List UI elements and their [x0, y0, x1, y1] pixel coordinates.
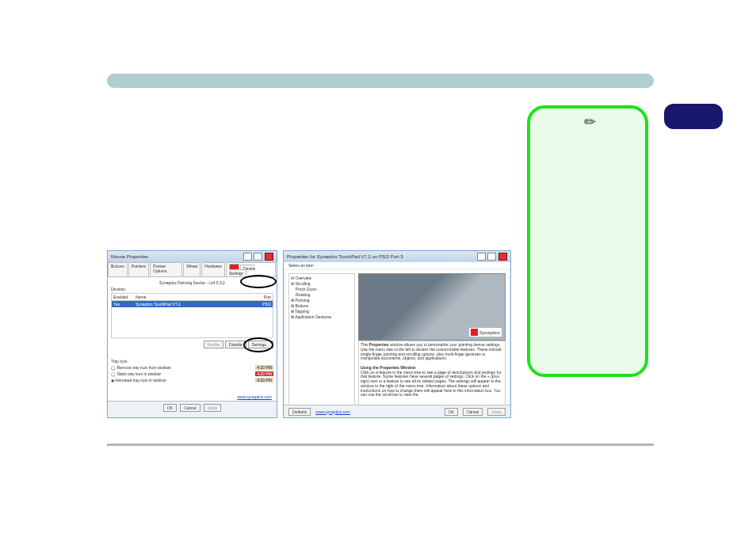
- tree-tapping[interactable]: ⊞ Tapping: [291, 309, 353, 314]
- synaptics-logo: Synaptics: [469, 328, 502, 337]
- sp-body: ⊟ Overview ⊞ Scrolling Pinch Zoom Rotati…: [285, 270, 509, 411]
- mp-footer: OK Cancel Apply: [108, 401, 277, 413]
- tab-pointers[interactable]: Pointers: [128, 262, 149, 276]
- mp-titlebar: Mouse Properties: [108, 251, 277, 262]
- mouse-properties-dialog: Mouse Properties Buttons Pointers Pointe…: [107, 250, 277, 418]
- tree-scrolling[interactable]: ⊞ Scrolling: [291, 281, 353, 287]
- cancel-button[interactable]: Cancel: [180, 404, 200, 412]
- tray-label: Tray Icon: [111, 359, 273, 364]
- footer-rule: [107, 444, 654, 446]
- feature-tree[interactable]: ⊟ Overview ⊞ Scrolling Pinch Zoom Rotati…: [288, 273, 355, 409]
- settings-button[interactable]: Settings...: [248, 341, 273, 348]
- device-buttons: Enable Disable Settings...: [204, 341, 274, 348]
- apply-button[interactable]: Apply: [204, 404, 222, 412]
- header-bar: [107, 74, 654, 88]
- devices-header: Enabled Name Port: [112, 294, 273, 301]
- mp-title-text: Mouse Properties: [111, 254, 148, 259]
- min-icon[interactable]: [477, 253, 486, 261]
- cancel-button[interactable]: Cancel: [463, 408, 483, 416]
- tree-pinch[interactable]: Pinch Zoom: [296, 287, 353, 292]
- select-label: Select an item: [284, 262, 510, 268]
- defaults-button[interactable]: Defaults: [288, 408, 311, 416]
- close-icon[interactable]: [265, 253, 273, 261]
- tab-hardware[interactable]: Hardware: [201, 262, 225, 276]
- devices-box: Enabled Name Port Yes Synaptics TouchPad…: [111, 293, 273, 338]
- sp-title-text: Properties for Synaptics TouchPad V7.2 o…: [287, 254, 403, 259]
- enable-button[interactable]: Enable: [204, 341, 224, 348]
- tab-pointer-options[interactable]: Pointer Options: [150, 262, 182, 276]
- mp-body: Synaptics Pointing Device - v14.0.3.2 De…: [108, 277, 277, 413]
- sp-footer: Defaults www.synaptics.com OK Cancel App…: [284, 405, 510, 417]
- min-icon[interactable]: [243, 253, 252, 261]
- devices-label: Devices:: [111, 287, 273, 291]
- description-box: This Properties window allows you to per…: [358, 341, 506, 409]
- sp-titlebar: Properties for Synaptics TouchPad V7.2 o…: [284, 251, 510, 262]
- max-icon[interactable]: [254, 253, 262, 261]
- page-badge: [664, 104, 723, 129]
- tree-rotating[interactable]: Rotating: [296, 292, 353, 298]
- device-row-selected[interactable]: Yes Synaptics TouchPad V7.2 PS/2: [112, 301, 273, 307]
- tray-opt-anim[interactable]: ◉ Animated tray icon in taskbar: [111, 378, 166, 383]
- tab-device-settings[interactable]: Device Settings: [226, 262, 276, 276]
- mp-tabs: Buttons Pointers Pointer Options Wheel H…: [108, 262, 277, 277]
- synaptics-link[interactable]: www.synaptics.com: [315, 409, 350, 414]
- tray-opt-remove[interactable]: ◯ Remove tray icon from taskbar: [111, 365, 170, 370]
- time-badge-1: 4:20 PM: [255, 365, 273, 370]
- tray-icon-group: Tray Icon ◯ Remove tray icon from taskba…: [111, 359, 273, 384]
- touchpad-image: Synaptics: [358, 273, 506, 341]
- pen-icon: ✏: [584, 113, 640, 131]
- tab-wheel[interactable]: Wheel: [183, 262, 200, 276]
- max-icon[interactable]: [487, 253, 496, 261]
- synaptics-link[interactable]: www.synaptics.com: [237, 394, 272, 399]
- ok-button[interactable]: OK: [163, 404, 177, 412]
- driver-line: Synaptics Pointing Device - v14.0.3.2: [111, 280, 273, 285]
- synaptics-properties-dialog: Properties for Synaptics TouchPad V7.2 o…: [283, 250, 511, 418]
- tree-buttons[interactable]: ⊞ Buttons: [291, 303, 353, 309]
- disable-button[interactable]: Disable: [225, 341, 246, 348]
- tree-overview[interactable]: ⊟ Overview: [291, 276, 353, 281]
- logo-icon: [471, 329, 478, 336]
- tray-opt-static[interactable]: ◯ Static tray icon in taskbar: [111, 371, 161, 376]
- note-box: ✏: [527, 105, 648, 377]
- time-badge-3: 4:20 PM: [255, 378, 273, 383]
- window-buttons: [242, 253, 273, 261]
- close-icon[interactable]: [498, 253, 507, 261]
- window-buttons: [476, 253, 507, 261]
- time-badge-2: 4:20 PM: [255, 371, 273, 376]
- tab-buttons[interactable]: Buttons: [108, 262, 128, 276]
- sp-right-pane: Synaptics This Properties window allows …: [358, 273, 506, 409]
- ok-button[interactable]: OK: [445, 408, 458, 416]
- tree-pointing[interactable]: ⊞ Pointing: [291, 298, 353, 303]
- tree-app-gest[interactable]: ⊞ Application Gestures: [291, 314, 353, 320]
- apply-button[interactable]: Apply: [487, 408, 506, 416]
